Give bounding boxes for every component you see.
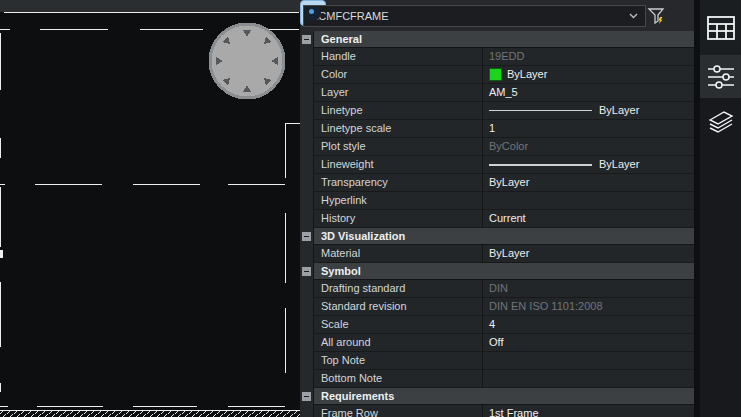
autocad-window: ACMFCFRAME GeneralHandle19EDDColorByLaye… — [0, 0, 741, 417]
property-value-history[interactable]: Current — [483, 210, 694, 228]
property-label: Top Note — [314, 352, 483, 370]
property-value-all-around[interactable]: Off — [483, 334, 694, 352]
cad-drawing — [0, 0, 300, 417]
property-row-material: MaterialByLayer — [300, 245, 694, 263]
property-row-history: HistoryCurrent — [300, 210, 694, 228]
property-label: Hyperlink — [314, 192, 483, 210]
collapse-minus-icon[interactable] — [302, 267, 311, 276]
collapse-minus-icon[interactable] — [302, 232, 311, 241]
property-row-standard-revision: Standard revisionDIN EN ISO 1101:2008 — [300, 298, 694, 316]
property-row-drafting-standard: Drafting standardDIN — [300, 280, 694, 298]
palette-toolbar: ACMFCFRAME — [300, 0, 694, 31]
table-icon[interactable] — [700, 0, 741, 55]
property-value-color[interactable]: ByLayer — [483, 66, 694, 84]
value-text: Off — [489, 334, 503, 351]
row-gutter — [300, 48, 314, 66]
property-row-linetype-scale: Linetype scale1 — [300, 120, 694, 138]
property-label: Handle — [314, 48, 483, 66]
property-row-all-around: All aroundOff — [300, 334, 694, 352]
sliders-icon[interactable] — [700, 55, 741, 98]
property-label: Lineweight — [314, 156, 483, 174]
property-value-top-note[interactable] — [483, 352, 694, 370]
layers-icon[interactable] — [700, 98, 741, 143]
color-swatch — [489, 68, 502, 81]
value-text: 1st Frame — [489, 405, 539, 417]
property-row-linetype: LinetypeByLayer — [300, 102, 694, 120]
property-value-scale[interactable]: 4 — [483, 316, 694, 334]
row-gutter — [300, 102, 314, 120]
entity-type-value: ACMFCFRAME — [311, 6, 389, 26]
section-header-3d-visualization[interactable]: 3D Visualization — [300, 228, 694, 245]
collapse-minus-icon[interactable] — [302, 35, 311, 44]
section-title: Requirements — [314, 388, 694, 405]
section-header-symbol[interactable]: Symbol — [300, 263, 694, 280]
row-gutter — [300, 316, 314, 334]
property-row-plot-style: Plot styleByColor — [300, 138, 694, 156]
property-label: Scale — [314, 316, 483, 334]
value-text: ByLayer — [599, 156, 639, 173]
row-gutter — [300, 192, 314, 210]
value-text: AM_5 — [489, 84, 518, 101]
property-row-hyperlink: Hyperlink — [300, 192, 694, 210]
collapse-minus-icon[interactable] — [302, 392, 311, 401]
chevron-down-icon[interactable] — [629, 13, 638, 19]
entity-type-dropdown[interactable]: ACMFCFRAME — [303, 5, 646, 27]
filter-lightning-icon[interactable] — [646, 6, 668, 26]
value-text: ByColor — [489, 138, 528, 155]
property-label: Standard revision — [314, 298, 483, 316]
section-title: 3D Visualization — [314, 228, 694, 245]
property-value-lineweight[interactable]: ByLayer — [483, 156, 694, 174]
property-value-transparency[interactable]: ByLayer — [483, 174, 694, 192]
value-text: 1 — [489, 120, 495, 137]
palette-tab-bar — [700, 0, 741, 417]
section-header-general[interactable]: General — [300, 31, 694, 48]
property-label: Plot style — [314, 138, 483, 156]
section-gutter — [300, 228, 314, 245]
property-row-frame-row: Frame Row1st Frame — [300, 405, 694, 417]
section-gutter — [300, 31, 314, 48]
property-label: Transparency — [314, 174, 483, 192]
value-text: 19EDD — [489, 48, 524, 65]
value-text: ByLayer — [489, 174, 529, 191]
section-title: Symbol — [314, 263, 694, 280]
value-text: ByLayer — [489, 245, 529, 262]
property-value-material[interactable]: ByLayer — [483, 245, 694, 263]
row-gutter — [300, 245, 314, 263]
value-text: DIN EN ISO 1101:2008 — [489, 298, 603, 315]
property-label: Frame Row — [314, 405, 483, 417]
property-value-standard-revision: DIN EN ISO 1101:2008 — [483, 298, 694, 316]
property-grid: GeneralHandle19EDDColorByLayerLayerAM_5L… — [300, 31, 694, 417]
property-value-linetype[interactable]: ByLayer — [483, 102, 694, 120]
row-gutter — [300, 84, 314, 102]
property-value-plot-style: ByColor — [483, 138, 694, 156]
section-gutter — [300, 388, 314, 405]
row-gutter — [300, 120, 314, 138]
circle-marker — [210, 24, 284, 98]
section-gutter — [300, 263, 314, 280]
property-value-layer[interactable]: AM_5 — [483, 84, 694, 102]
section-header-requirements[interactable]: Requirements — [300, 388, 694, 405]
value-text: ByLayer — [599, 102, 639, 119]
property-label: Linetype scale — [314, 120, 483, 138]
cad-viewport[interactable] — [0, 0, 300, 417]
row-gutter — [300, 210, 314, 228]
property-row-bottom-note: Bottom Note — [300, 370, 694, 388]
linetype-preview — [489, 110, 592, 111]
property-label: All around — [314, 334, 483, 352]
property-value-frame-row[interactable]: 1st Frame — [483, 405, 694, 417]
property-value-linetype-scale[interactable]: 1 — [483, 120, 694, 138]
property-row-scale: Scale4 — [300, 316, 694, 334]
property-label: Linetype — [314, 102, 483, 120]
property-label: History — [314, 210, 483, 228]
lineweight-preview — [489, 164, 592, 166]
property-row-color: ColorByLayer — [300, 66, 694, 84]
property-value-bottom-note[interactable] — [483, 370, 694, 388]
property-row-layer: LayerAM_5 — [300, 84, 694, 102]
property-value-hyperlink[interactable] — [483, 192, 694, 210]
row-gutter — [300, 138, 314, 156]
row-gutter — [300, 66, 314, 84]
properties-palette: ACMFCFRAME GeneralHandle19EDDColorByLaye… — [300, 0, 694, 417]
property-row-handle: Handle19EDD — [300, 48, 694, 66]
property-label: Drafting standard — [314, 280, 483, 298]
value-text: 4 — [489, 316, 495, 333]
